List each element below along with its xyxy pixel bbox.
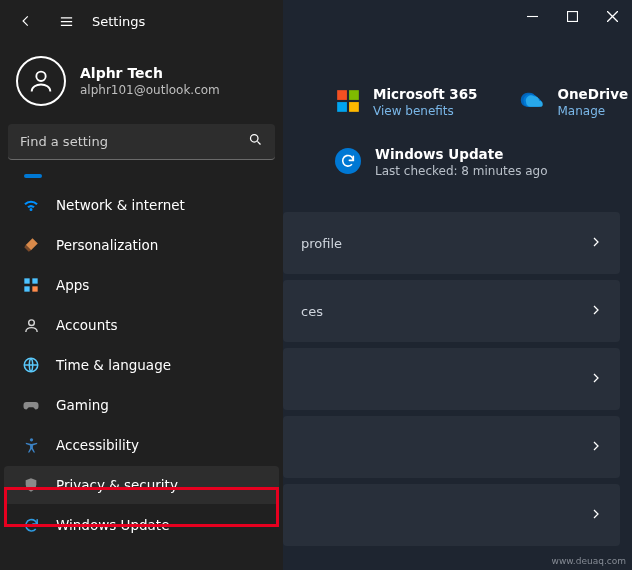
sidebar-item-label: Accounts [56,317,118,333]
svg-rect-10 [337,90,347,100]
chevron-right-icon [590,236,602,251]
svg-rect-13 [349,102,359,112]
user-block[interactable]: Alphr Tech alphr101@outlook.com [0,42,283,124]
content-area: Microsoft 365 View benefits OneDrive Man… [283,0,632,570]
svg-rect-11 [349,90,359,100]
nav-list: Network & internet Personalization Apps … [0,186,283,556]
chevron-right-icon [590,372,602,387]
avatar [16,56,66,106]
promo-sub: View benefits [373,104,478,118]
chevron-right-icon [590,440,602,455]
user-name: Alphr Tech [80,65,220,81]
svg-point-6 [28,319,34,325]
svg-rect-3 [32,278,37,283]
promo-onedrive[interactable]: OneDrive Manage [520,86,629,118]
sidebar-item-label: Network & internet [56,197,185,213]
settings-card[interactable]: ces [283,280,620,342]
system-indicator [0,176,283,184]
update-block[interactable]: Windows Update Last checked: 8 minutes a… [283,118,632,178]
sidebar: Settings Alphr Tech alphr101@outlook.com… [0,0,283,570]
sidebar-item-label: Accessibility [56,437,139,453]
sidebar-item-windows-update[interactable]: Windows Update [4,506,279,544]
svg-point-0 [36,72,45,81]
person-icon [22,316,40,334]
promo-m365[interactable]: Microsoft 365 View benefits [335,86,478,118]
sidebar-item-label: Apps [56,277,89,293]
settings-card[interactable]: profile [283,212,620,274]
promo-sub: Manage [558,104,629,118]
sidebar-item-apps[interactable]: Apps [4,266,279,304]
sidebar-item-personalization[interactable]: Personalization [4,226,279,264]
settings-card[interactable] [283,484,620,546]
svg-rect-2 [24,278,29,283]
brush-icon [22,236,40,254]
sidebar-item-label: Time & language [56,357,171,373]
gamepad-icon [22,396,40,414]
sidebar-item-label: Windows Update [56,517,169,533]
chevron-right-icon [590,304,602,319]
search-placeholder: Find a setting [20,134,108,149]
update-icon [335,148,361,174]
microsoft-365-icon [335,88,361,114]
menu-button[interactable] [48,3,84,39]
promo-title: OneDrive [558,86,629,102]
back-button[interactable] [8,3,44,39]
svg-point-8 [29,438,32,441]
sidebar-item-network[interactable]: Network & internet [4,186,279,224]
apps-icon [22,276,40,294]
settings-cards: profile ces [283,212,632,546]
update-title: Windows Update [375,146,548,162]
sidebar-item-label: Privacy & security [56,477,178,493]
shield-icon [22,476,40,494]
search-icon [248,132,263,151]
svg-rect-5 [32,286,37,291]
user-email: alphr101@outlook.com [80,83,220,97]
sync-icon [22,516,40,534]
svg-point-1 [251,135,259,143]
sidebar-item-privacy-security[interactable]: Privacy & security [4,466,279,504]
globe-clock-icon [22,356,40,374]
sidebar-item-label: Personalization [56,237,158,253]
svg-rect-12 [337,102,347,112]
wifi-icon [22,196,40,214]
card-label: ces [301,304,323,319]
sidebar-item-label: Gaming [56,397,109,413]
card-label: profile [301,236,342,251]
accessibility-icon [22,436,40,454]
user-info: Alphr Tech alphr101@outlook.com [80,65,220,97]
svg-rect-4 [24,286,29,291]
chevron-right-icon [590,508,602,523]
onedrive-icon [520,88,546,114]
sidebar-item-accessibility[interactable]: Accessibility [4,426,279,464]
settings-card[interactable] [283,348,620,410]
window-title: Settings [92,14,145,29]
settings-card[interactable] [283,416,620,478]
promo-row: Microsoft 365 View benefits OneDrive Man… [283,86,632,118]
titlebar: Settings [0,0,283,42]
watermark: www.deuaq.com [552,556,626,566]
promo-title: Microsoft 365 [373,86,478,102]
sidebar-item-time-language[interactable]: Time & language [4,346,279,384]
sidebar-item-accounts[interactable]: Accounts [4,306,279,344]
search-input[interactable]: Find a setting [8,124,275,160]
sidebar-item-gaming[interactable]: Gaming [4,386,279,424]
update-sub: Last checked: 8 minutes ago [375,164,548,178]
